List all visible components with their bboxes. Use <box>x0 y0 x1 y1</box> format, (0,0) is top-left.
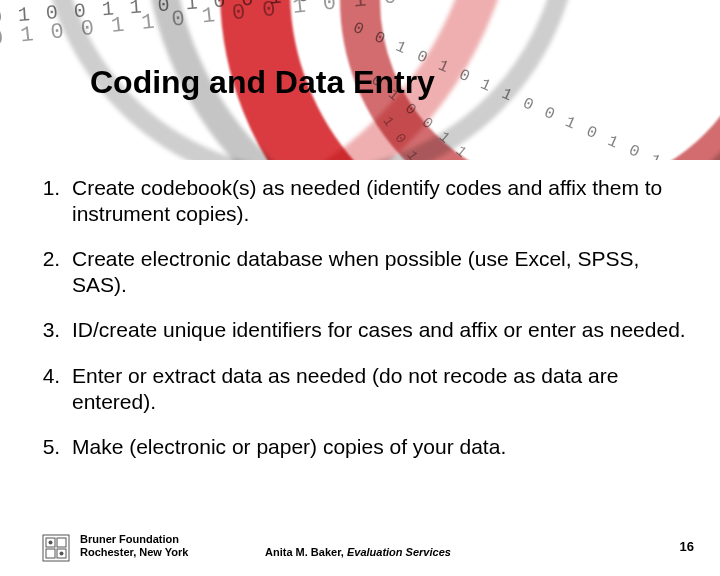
foundation-logo-icon <box>42 534 70 562</box>
svg-point-6 <box>60 552 64 556</box>
foundation-location: Rochester, New York <box>80 546 188 560</box>
svg-rect-3 <box>46 549 55 558</box>
slide-footer: Bruner Foundation Rochester, New York An… <box>0 524 720 564</box>
svg-rect-0 <box>43 535 69 561</box>
slide-body: Create codebook(s) as needed (identify c… <box>38 175 688 480</box>
slide-title: Coding and Data Entry <box>90 64 435 101</box>
foundation-credit: Bruner Foundation Rochester, New York <box>80 533 188 561</box>
list-item: Create electronic database when possible… <box>66 246 688 297</box>
foundation-name: Bruner Foundation <box>80 533 188 547</box>
page-number: 16 <box>680 539 694 554</box>
author-org: Evaluation Services <box>347 546 451 558</box>
list-item: Enter or extract data as needed (do not … <box>66 363 688 414</box>
list-item: Create codebook(s) as needed (identify c… <box>66 175 688 226</box>
slide: 0 1 0 0 1 1 0 1 0 0 1 0 1 1 0 0 1 0 1 1 … <box>0 0 720 576</box>
author-name: Anita M. Baker, <box>265 546 347 558</box>
svg-point-5 <box>49 541 53 545</box>
list-item: ID/create unique identifiers for cases a… <box>66 317 688 343</box>
svg-rect-2 <box>57 538 66 547</box>
list-item: Make (electronic or paper) copies of you… <box>66 434 688 460</box>
steps-list: Create codebook(s) as needed (identify c… <box>38 175 688 460</box>
author-credit: Anita M. Baker, Evaluation Services <box>265 546 451 558</box>
